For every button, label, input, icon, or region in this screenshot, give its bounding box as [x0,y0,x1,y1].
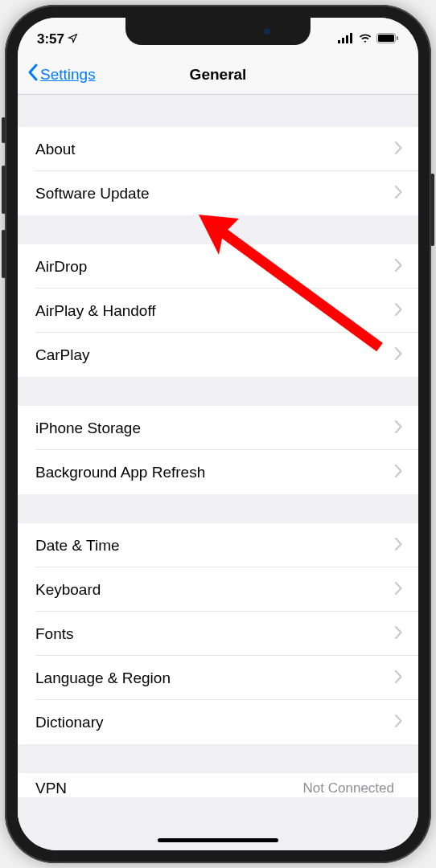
status-left: 3:57 [37,31,78,47]
screen: 3:57 [18,18,418,850]
svg-rect-3 [350,33,352,43]
status-time: 3:57 [37,31,64,47]
chevron-right-icon [395,626,402,642]
row-label: iPhone Storage [35,420,141,437]
row-language-region[interactable]: Language & Region [18,656,418,700]
row-label: Background App Refresh [35,464,205,481]
row-label: CarPlay [35,346,90,364]
row-keyboard[interactable]: Keyboard [18,567,418,612]
row-label: VPN [35,780,67,797]
chevron-right-icon [395,259,402,275]
status-right [338,32,399,47]
side-button-silent [2,117,6,143]
content-scroll[interactable]: About Software Update AirDrop [18,95,418,850]
svg-rect-6 [397,36,398,40]
row-date-time[interactable]: Date & Time [18,523,418,567]
row-label: Fonts [35,625,74,643]
settings-group: iPhone Storage Background App Refresh [18,406,418,494]
row-detail: Not Connected [303,780,394,796]
settings-group: AirDrop AirPlay & Handoff CarPlay [18,244,418,377]
row-iphone-storage[interactable]: iPhone Storage [18,406,418,450]
row-dictionary[interactable]: Dictionary [18,700,418,744]
row-software-update[interactable]: Software Update [18,171,418,215]
row-vpn-partial[interactable]: VPN Not Connected [18,773,418,797]
home-indicator[interactable] [158,838,278,842]
svg-rect-2 [346,35,348,43]
row-background-app-refresh[interactable]: Background App Refresh [18,450,418,494]
svg-rect-0 [338,40,340,43]
wifi-icon [358,32,372,47]
chevron-right-icon [395,186,402,202]
nav-back-button[interactable]: Settings [27,63,96,85]
svg-rect-1 [342,38,344,43]
row-about[interactable]: About [18,127,418,171]
side-button-volume-up [2,166,6,214]
nav-bar: Settings General [18,55,418,95]
settings-group: About Software Update [18,127,418,215]
row-airdrop[interactable]: AirDrop [18,244,418,289]
chevron-right-icon [395,303,402,319]
row-label: Software Update [35,185,150,203]
row-label: AirPlay & Handoff [35,302,156,320]
nav-back-label: Settings [40,66,96,84]
chevron-right-icon [395,141,402,158]
row-label: Date & Time [35,537,120,555]
battery-icon [376,32,399,47]
svg-rect-5 [378,35,394,42]
row-fonts[interactable]: Fonts [18,612,418,656]
chevron-right-icon [395,420,402,436]
row-label: Keyboard [35,581,101,599]
row-airplay-handoff[interactable]: AirPlay & Handoff [18,289,418,333]
phone-frame: 3:57 [5,5,431,863]
row-label: AirDrop [35,258,87,276]
row-right: Not Connected [303,780,401,796]
chevron-right-icon [395,347,402,363]
camera-dot [264,28,270,35]
chevron-right-icon [395,670,402,686]
chevron-left-icon [27,63,39,85]
row-label: Dictionary [35,714,103,731]
chevron-right-icon [395,465,402,481]
nav-title: General [190,66,247,84]
side-button-power [430,174,434,246]
row-label: Language & Region [35,669,171,687]
chevron-right-icon [395,538,402,554]
location-arrow-icon [68,31,78,47]
settings-group: Date & Time Keyboard Fonts [18,523,418,744]
notch [125,18,311,45]
side-button-volume-down [2,230,6,278]
row-carplay[interactable]: CarPlay [18,333,418,377]
cellular-signal-icon [338,32,354,47]
chevron-right-icon [395,714,402,731]
row-label: About [35,141,76,158]
chevron-right-icon [395,582,402,598]
